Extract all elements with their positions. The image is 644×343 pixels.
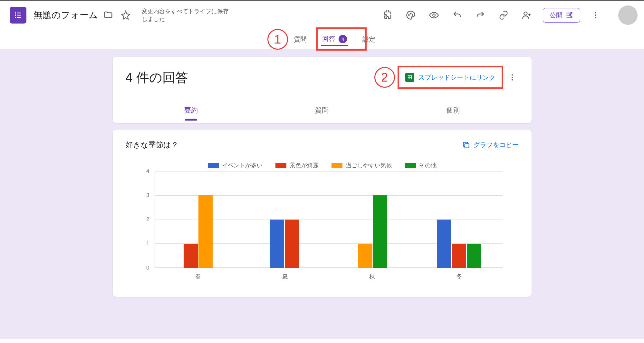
legend-item[interactable]: 過ごしやすい気候 [332,162,392,169]
svg-point-13 [571,16,572,18]
legend-swatch [332,163,342,168]
svg-point-10 [524,12,527,15]
publish-button-label: 公開 [550,11,562,20]
save-status-text: 変更内容をすべてドライブに保存しました [142,7,229,23]
form-title[interactable]: 無題のフォーム [34,9,98,21]
y-axis-tick: 3 [146,192,149,199]
x-axis-label: 夏 [242,270,329,281]
account-avatar[interactable] [618,5,638,25]
chart-bar[interactable] [437,220,451,268]
chart-bar[interactable] [373,195,387,268]
tab-responses[interactable]: 回答 4 [321,33,349,46]
preview-eye-icon[interactable] [427,8,441,22]
svg-point-6 [409,15,409,15]
legend-swatch [405,163,416,168]
responses-title: 4 件の回答 [126,69,188,86]
chart-plot: 01234 春夏秋冬 [139,171,506,281]
y-axis-tick: 4 [146,168,149,174]
bar-group [329,171,416,268]
chart-bar[interactable] [467,244,481,268]
legend-label: イベントが多い [222,162,263,169]
svg-point-16 [595,17,596,18]
chart-card: 好きな季節は？ グラフをコピー イベントが多い景色が綺麗過ごしやすい気候その他 … [113,130,532,297]
undo-icon[interactable] [450,8,464,22]
palette-icon[interactable] [404,8,418,22]
page-body: 4 件の回答 2 スプレッドシートにリンク 要約 [0,49,644,339]
x-axis-label: 秋 [329,270,416,281]
legend-item[interactable]: イベントが多い [208,162,263,169]
svg-rect-23 [465,143,469,148]
chart-bar[interactable] [285,220,299,268]
responses-card: 4 件の回答 2 スプレッドシートにリンク 要約 [113,57,532,123]
google-forms-logo[interactable] [10,7,26,24]
svg-point-12 [570,15,571,16]
svg-point-15 [595,15,596,16]
y-axis-tick: 2 [146,216,149,223]
chart-bar[interactable] [358,244,372,268]
legend-label: 過ごしやすい気候 [346,162,392,169]
chart-bar[interactable] [184,244,198,268]
bar-group [242,171,329,268]
redo-icon[interactable] [473,8,487,22]
responses-subtab-question[interactable]: 質問 [313,103,330,120]
link-to-sheets-button[interactable]: スプレッドシートにリンク [401,70,500,84]
x-axis-label: 春 [155,270,242,281]
tab-responses-label: 回答 [322,35,335,42]
svg-point-22 [511,79,513,80]
svg-point-20 [511,74,513,75]
chart-legend: イベントが多い景色が綺麗過ごしやすい気候その他 [126,162,519,169]
legend-item[interactable]: 景色が綺麗 [275,162,319,169]
addon-icon[interactable] [380,8,395,22]
publish-button[interactable]: 公開 [543,8,580,23]
header-action-row: 公開 [380,8,602,23]
legend-swatch [275,163,286,168]
responses-count-badge: 4 [339,35,347,43]
chart-bar[interactable] [452,244,466,268]
svg-rect-2 [15,15,16,16]
annotation-one-circle: 1 [267,29,288,50]
bar-group [155,171,242,268]
main-nav-row: 1 質問 回答 4 設定 [0,30,644,49]
y-axis-tick: 0 [146,265,149,271]
tab-questions[interactable]: 質問 [293,33,308,46]
chart-bar[interactable] [198,195,213,268]
header-more-icon[interactable] [589,9,602,22]
responses-more-icon[interactable] [506,71,519,84]
svg-point-11 [571,12,572,14]
add-collaborator-icon[interactable] [520,8,534,22]
svg-point-9 [433,14,435,16]
legend-swatch [208,163,219,168]
annotation-two-circle: 2 [374,67,395,88]
link-icon[interactable] [496,8,511,22]
app-header: 無題のフォーム 変更内容をすべてドライブに保存しました 公開 [0,1,644,30]
sheets-link-label: スプレッドシートにリンク [418,73,495,82]
folder-icon[interactable] [101,8,115,22]
svg-rect-4 [15,17,16,18]
copy-chart-button[interactable]: グラフをコピー [462,141,519,149]
svg-point-7 [410,13,411,14]
svg-rect-3 [17,15,21,16]
google-sheets-icon [405,73,414,82]
copy-chart-label: グラフをコピー [474,141,519,149]
y-axis-tick: 1 [146,240,149,247]
svg-rect-1 [17,13,21,14]
svg-rect-0 [15,12,16,14]
bar-group [416,171,503,268]
svg-point-14 [595,12,596,13]
chart-bar[interactable] [270,220,284,268]
legend-label: その他 [419,162,437,169]
legend-label: 景色が綺麗 [290,162,319,169]
tab-settings[interactable]: 設定 [361,33,377,46]
star-icon[interactable] [119,8,133,22]
chart-question-title: 好きな季節は？ [126,140,178,150]
legend-item[interactable]: その他 [405,162,437,169]
svg-point-8 [412,15,413,15]
responses-subtab-individual[interactable]: 個別 [445,103,461,120]
responses-subtab-summary[interactable]: 要約 [183,103,199,120]
svg-point-21 [511,77,513,78]
svg-rect-5 [17,17,21,18]
x-axis-label: 冬 [416,270,503,281]
